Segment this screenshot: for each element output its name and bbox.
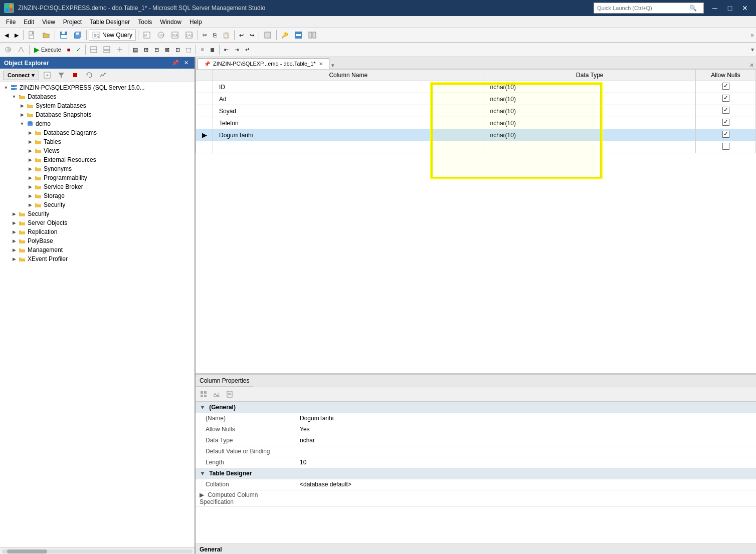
execute-button[interactable]: ▶ Execute: [32, 44, 64, 56]
cell-col-soyad[interactable]: Soyad: [213, 105, 484, 117]
tree-item-demo[interactable]: ▼ demo: [0, 119, 195, 128]
tab-list-button[interactable]: ▾: [331, 62, 334, 69]
cut-button[interactable]: ✂: [200, 29, 210, 41]
toolbar2-misc10[interactable]: ≡: [198, 44, 206, 56]
tab-close-icon[interactable]: ✕: [319, 61, 323, 67]
toolbar2-misc4[interactable]: ▤: [130, 44, 140, 56]
toolbar2-misc1[interactable]: [88, 44, 100, 56]
sys-db-toggle[interactable]: ▶: [18, 102, 26, 110]
stop-button[interactable]: ■: [65, 44, 73, 56]
table-row[interactable]: Ad nchar(10): [196, 93, 756, 105]
storage-toggle[interactable]: ▶: [26, 192, 34, 200]
menu-file[interactable]: File: [2, 18, 20, 27]
oe-connect-button[interactable]: Connect ▾: [3, 71, 39, 80]
undo-button[interactable]: ↩: [237, 29, 246, 41]
cell-null-ad[interactable]: [696, 93, 756, 105]
toolbar-misc3[interactable]: [292, 29, 305, 41]
checkbox-telefon[interactable]: [722, 119, 729, 126]
tree-item-tables[interactable]: ▶ Tables: [0, 137, 195, 146]
quick-launch-search[interactable]: 🔍: [594, 3, 704, 14]
toolbar-misc2[interactable]: 🔑: [279, 29, 291, 41]
menu-help[interactable]: Help: [185, 18, 206, 27]
security-db-toggle[interactable]: ▶: [26, 201, 34, 209]
tree-item-synonyms[interactable]: ▶ Synonyms: [0, 164, 195, 173]
toolbar-btn-1[interactable]: M: [140, 29, 153, 41]
server-toggle-icon[interactable]: ▼: [2, 84, 10, 92]
menu-tools[interactable]: Tools: [134, 18, 156, 27]
menu-table-designer[interactable]: Table Designer: [86, 18, 134, 27]
toolbar2-misc3[interactable]: [114, 44, 126, 56]
ext-res-toggle[interactable]: ▶: [26, 156, 34, 164]
menu-edit[interactable]: Edit: [20, 18, 38, 27]
cell-null-telefon[interactable]: [696, 117, 756, 129]
props-row-length[interactable]: Length 10: [196, 457, 756, 468]
toolbar2-misc13[interactable]: ⇥: [232, 44, 242, 56]
views-toggle[interactable]: ▶: [26, 147, 34, 155]
cell-type-dogum[interactable]: nchar(10): [484, 129, 695, 141]
tree-item-databases[interactable]: ▼ Databases: [0, 92, 195, 101]
management-toggle[interactable]: ▶: [10, 246, 18, 254]
cell-null-empty[interactable]: [696, 141, 756, 153]
cell-type-soyad[interactable]: nchar(10): [484, 105, 695, 117]
cell-type-telefon[interactable]: nchar(10): [484, 117, 695, 129]
cell-type-ad[interactable]: nchar(10): [484, 93, 695, 105]
new-query-button[interactable]: SQL New Query: [89, 30, 136, 41]
toolbar2-btn1[interactable]: ⚙: [2, 44, 14, 56]
toolbar2-misc5[interactable]: ⊞: [141, 44, 151, 56]
tree-item-management[interactable]: ▶ Management: [0, 245, 195, 254]
tree-item-system-databases[interactable]: ▶ System Databases: [0, 101, 195, 110]
checkbox-empty[interactable]: [722, 143, 729, 150]
tree-item-replication[interactable]: ▶ Replication: [0, 227, 195, 236]
table-row-selected[interactable]: ▶ DogumTarihi nchar(10): [196, 129, 756, 141]
save-all-button[interactable]: [71, 29, 84, 41]
service-broker-toggle[interactable]: ▶: [26, 183, 34, 191]
table-row-empty[interactable]: [196, 141, 756, 153]
toolbar2-misc14[interactable]: ↵: [243, 44, 252, 56]
tab-close-all-button[interactable]: ✕: [749, 62, 754, 69]
cell-type-id[interactable]: nchar(10): [484, 81, 695, 93]
computed-toggle-icon[interactable]: ▶: [200, 491, 204, 498]
tree-item-security-db[interactable]: ▶ Security: [0, 200, 195, 209]
props-row-data-type[interactable]: Data Type nchar: [196, 435, 756, 446]
close-button[interactable]: ✕: [738, 1, 752, 15]
toolbar2-misc9[interactable]: ⬚: [183, 44, 194, 56]
server-objects-toggle[interactable]: ▶: [10, 219, 18, 227]
polybase-toggle[interactable]: ▶: [10, 237, 18, 245]
tree-item-programmability[interactable]: ▶ Programmability: [0, 173, 195, 182]
redo-button[interactable]: ↪: [247, 29, 257, 41]
forward-button[interactable]: ▶: [12, 29, 21, 41]
props-row-allow-nulls[interactable]: Allow Nulls Yes: [196, 424, 756, 435]
col-props-tab[interactable]: Column Properties: [196, 375, 253, 387]
paste-button[interactable]: 📋: [220, 29, 232, 41]
toolbar2-misc2[interactable]: [101, 44, 113, 56]
menu-view[interactable]: View: [38, 18, 59, 27]
tab-table1[interactable]: 📌 ZINZIN-PC\SQLEXP...emo - dbo.Table_1* …: [198, 58, 329, 69]
xevent-toggle[interactable]: ▶: [10, 255, 18, 263]
tree-item-polybase[interactable]: ▶ PolyBase: [0, 236, 195, 245]
tree-item-security-top[interactable]: ▶ Security: [0, 209, 195, 218]
toolbar-btn-2[interactable]: DX: [154, 29, 167, 41]
props-sort-category-btn[interactable]: [198, 388, 210, 400]
checkbox-soyad[interactable]: [722, 107, 729, 114]
databases-toggle[interactable]: ▼: [10, 93, 18, 101]
tree-item-db-snapshots[interactable]: ▶ Database Snapshots: [0, 110, 195, 119]
oe-pin-button[interactable]: 📌: [170, 59, 181, 67]
props-row-computed[interactable]: ▶ Computed Column Specification: [196, 490, 756, 506]
props-pages-btn[interactable]: [224, 388, 236, 400]
toolbar2-misc8[interactable]: ⊡: [173, 44, 182, 56]
toolbar-misc1[interactable]: [261, 29, 274, 41]
menu-window[interactable]: Window: [156, 18, 185, 27]
cell-null-dogum[interactable]: [696, 129, 756, 141]
props-section-general[interactable]: ▼ (General): [196, 402, 756, 413]
oe-refresh-btn[interactable]: [83, 70, 95, 80]
toolbar2-misc12[interactable]: ⇤: [222, 44, 231, 56]
open-button[interactable]: [40, 29, 53, 41]
tree-item-xevent-profiler[interactable]: ▶ XEvent Profiler: [0, 254, 195, 263]
toolbar-btn-4[interactable]: DAX: [182, 29, 196, 41]
checkbox-id[interactable]: [722, 83, 729, 90]
props-section-table-designer[interactable]: ▼ Table Designer: [196, 468, 756, 479]
prog-toggle[interactable]: ▶: [26, 174, 34, 182]
toolbar2-misc7[interactable]: ⊠: [162, 44, 172, 56]
tree-item-storage[interactable]: ▶ Storage: [0, 191, 195, 200]
tree-item-views[interactable]: ▶ Views: [0, 146, 195, 155]
